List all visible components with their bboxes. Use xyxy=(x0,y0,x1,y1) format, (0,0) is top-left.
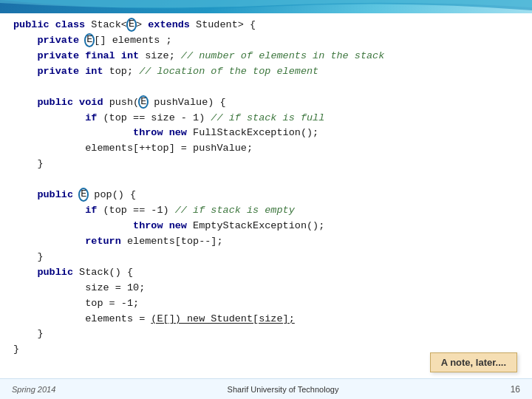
top-banner xyxy=(0,0,532,13)
code-line-6: public void push(E pushValue) { xyxy=(13,95,519,111)
code-block: public class Stack<E> extends Student> {… xyxy=(13,18,519,358)
code-line-11 xyxy=(13,172,519,188)
code-line-12: public E pop() { xyxy=(13,188,519,203)
code-line-3: private final int size; // number of ele… xyxy=(13,49,519,64)
footer-university: Sharif University of Technology xyxy=(228,385,339,394)
footer-semester: Spring 2014 xyxy=(12,385,55,394)
code-line-4: private int top; // location of the top … xyxy=(13,64,519,80)
note-box: A note, later.... xyxy=(430,352,517,372)
code-line-17: public Stack() { xyxy=(13,265,519,281)
code-line-15: return elements[top--]; xyxy=(13,234,519,250)
code-line-1: public class Stack<E> extends Student> { xyxy=(13,18,519,33)
code-line-16: } xyxy=(13,250,519,265)
code-line-13: if (top == -1) // if stack is empty xyxy=(13,203,519,219)
footer-page-number: 16 xyxy=(511,384,520,395)
code-line-10: } xyxy=(13,157,519,172)
code-line-20: elements = (E[]) new Student[size]; xyxy=(13,312,519,327)
code-line-14: throw new EmptyStackException(); xyxy=(13,219,519,234)
code-line-9: elements[++top] = pushValue; xyxy=(13,141,519,157)
code-line-21: } xyxy=(13,327,519,342)
code-line-5 xyxy=(13,80,519,95)
code-line-2: private E[] elements ; xyxy=(13,33,519,49)
footer: Spring 2014 Sharif University of Technol… xyxy=(0,378,532,399)
note-label: A note, later.... xyxy=(441,357,506,368)
main-content: public class Stack<E> extends Student> {… xyxy=(0,10,532,378)
code-line-8: throw new FullStackException(); xyxy=(13,126,519,141)
code-line-19: top = -1; xyxy=(13,296,519,312)
code-line-7: if (top == size - 1) // if stack is full xyxy=(13,111,519,126)
code-line-18: size = 10; xyxy=(13,281,519,296)
